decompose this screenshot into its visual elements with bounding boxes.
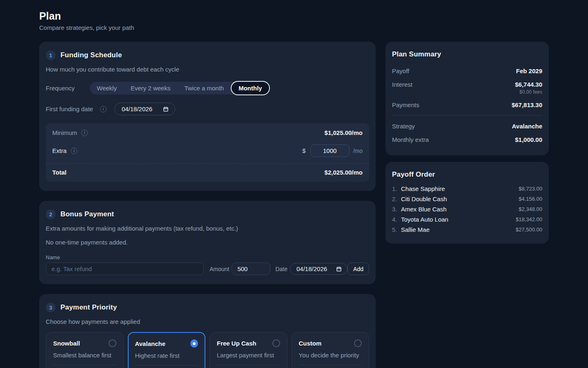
extra-row: Extra i $ /mo [46,140,369,161]
strategy-tagline: You decide the priority [299,352,362,359]
total-value: $2,025.00/mo [325,169,363,176]
divider [217,365,280,365]
frequency-option-weekly[interactable]: Weekly [90,82,124,94]
strategy-label: Strategy [392,123,415,130]
info-icon[interactable]: i [81,130,88,136]
bonus-payment-card: 2 Bonus Payment Extra amounts for making… [39,201,376,284]
payments-row: Payments $67,813.30 [392,98,542,112]
payment-priority-subtitle: Choose how payments are applied [46,318,369,325]
bonus-payment-header: 2 Bonus Payment [46,209,369,219]
main-layout: 1 Funding Schedule How much you contribu… [39,42,549,368]
frequency-segmented-control: Weekly Every 2 weeks Twice a month Month… [90,82,270,94]
calendar-icon[interactable] [336,266,342,272]
order-number: 3. [392,206,401,213]
first-funding-date-value: 04/18/2026 [122,105,152,112]
payments-value: $67,813.30 [512,101,542,108]
first-funding-date-label: First funding date [46,105,93,112]
interest-value: $6,744.30 $0.00 fees [515,81,542,95]
frequency-option-twice-a-month[interactable]: Twice a month [177,82,231,94]
debt-name: Sallie Mae [401,226,430,233]
payoff-order-card: Payoff Order 1. Chase Sapphire $8,723.00… [385,162,549,244]
minimum-value: $1,025.00/mo [325,129,363,136]
debt-amount: $27,500.00 [516,227,542,233]
frequency-option-every-2-weeks[interactable]: Every 2 weeks [124,82,178,94]
extra-amount-input[interactable] [310,144,350,157]
interest-label: Interest [392,81,412,88]
payment-priority-header: 3 Payment Priority [46,303,369,312]
order-number: 1. [392,185,401,192]
strategy-option-avalanche[interactable]: Avalanche Highest rate first Attack the … [128,332,206,368]
radio-unchecked-icon[interactable] [109,339,116,347]
funding-schedule-title: Funding Schedule [60,51,122,59]
bonus-date-input[interactable]: 04/18/2026 [290,263,347,275]
step-1-badge: 1 [46,50,56,60]
strategy-name: Custom [299,340,322,347]
divider [299,365,362,365]
fees-subtext: $0.00 fees [515,89,542,95]
funding-schedule-header: 1 Funding Schedule [46,50,369,60]
funding-schedule-subtitle: How much you contribute toward debt each… [46,66,369,73]
radio-checked-icon[interactable] [190,339,198,348]
info-icon[interactable]: i [100,106,107,112]
debt-name: Amex Blue Cash [401,206,447,213]
bonus-name-input[interactable] [46,263,204,275]
interest-row: Interest $6,744.30 $0.00 fees [392,78,542,98]
page-title: Plan [39,10,549,22]
divider [392,115,542,116]
divider [135,365,198,366]
strategy-tagline: Smallest balance first [53,352,116,359]
info-icon[interactable]: i [71,148,77,154]
debt-amount: $8,723.00 [519,186,542,192]
strategy-option-snowball[interactable]: Snowball Smallest balance first Pay off … [46,332,124,368]
add-bonus-button[interactable]: Add [347,263,369,275]
bonus-payment-title: Bonus Payment [60,210,114,218]
frequency-option-monthly[interactable]: Monthly [232,82,269,94]
strategy-name: Snowball [53,340,80,347]
debt-amount: $4,156.00 [519,196,542,202]
debt-name: Toyota Auto Loan [401,216,448,223]
strategy-value: Avalanche [512,123,542,130]
minimum-row: Minimum i $1,025.00/mo [46,123,369,140]
debt-amount: $2,348.00 [519,206,542,212]
payoff-label: Payoff [392,67,409,74]
monthly-extra-row: Monthly extra $1,000.00 [392,133,542,146]
funding-schedule-card: 1 Funding Schedule How much you contribu… [39,42,376,191]
plan-summary-card: Plan Summary Payoff Feb 2029 Interest $6… [385,42,549,155]
payment-priority-title: Payment Priority [60,303,117,312]
funding-totals-panel: Minimum i $1,025.00/mo Extra i $ /mo [46,123,369,182]
extra-label: Extra [52,147,67,154]
monthly-extra-value: $1,000.00 [515,136,542,143]
payoff-value: Feb 2029 [516,67,542,74]
currency-symbol: $ [302,147,305,154]
bonus-payment-subtitle: Extra amounts for making additional paym… [46,225,369,232]
strategy-option-custom[interactable]: Custom You decide the priority Drag your… [292,332,370,368]
strategy-tagline: Largest payment first [217,352,280,359]
minimum-label: Minimum [52,129,77,136]
debt-name: Citi Double Cash [401,195,447,202]
page-subtitle: Compare strategies, pick your path [39,24,549,31]
monthly-extra-label: Monthly extra [392,136,429,143]
calendar-icon[interactable] [163,106,169,112]
name-label: Name [46,254,369,260]
strategy-options: Snowball Smallest balance first Pay off … [46,332,369,368]
plan-page: Plan Compare strategies, pick your path … [0,0,588,368]
order-number: 2. [392,195,401,202]
right-column: Plan Summary Payoff Feb 2029 Interest $6… [385,42,549,244]
radio-unchecked-icon[interactable] [272,339,280,347]
total-row: Total $2,025.00/mo [46,164,369,182]
first-funding-date-row: First funding date i 04/18/2026 [46,103,369,115]
payoff-order-item: 2. Citi Double Cash $4,156.00 [392,194,542,204]
no-payments-text: No one-time payments added. [46,239,369,246]
frequency-label: Frequency [46,85,90,92]
strategy-option-free-up-cash[interactable]: Free Up Cash Largest payment first Elimi… [209,332,287,368]
plan-summary-title: Plan Summary [392,50,542,58]
first-funding-date-input[interactable]: 04/18/2026 [114,103,175,115]
radio-unchecked-icon[interactable] [354,339,362,347]
payoff-order-item: 1. Chase Sapphire $8,723.00 [392,184,542,194]
strategy-name: Avalanche [135,340,165,347]
order-number: 5. [392,226,401,233]
bonus-amount-input[interactable] [232,263,270,275]
strategy-row: Strategy Avalanche [392,119,542,133]
strategy-name: Free Up Cash [217,340,256,347]
payoff-order-title: Payoff Order [392,171,542,179]
